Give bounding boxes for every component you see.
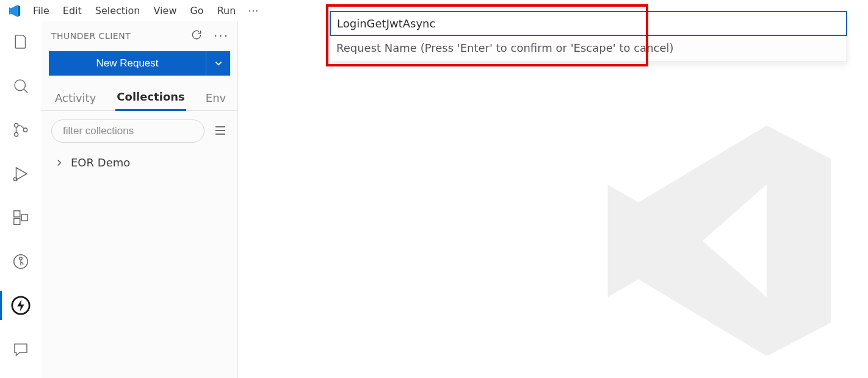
filter-collections-input[interactable] [51, 119, 204, 143]
activity-explorer[interactable] [8, 30, 34, 54]
activity-source-control[interactable] [8, 118, 34, 142]
chevron-right-icon [54, 157, 65, 168]
activity-run-debug[interactable] [8, 162, 34, 186]
request-name-input[interactable] [330, 12, 847, 35]
activity-comments[interactable] [8, 337, 34, 362]
menu-run[interactable]: Run [211, 2, 242, 19]
collection-item[interactable]: EOR Demo [45, 152, 234, 173]
menu-overflow-icon[interactable]: ··· [243, 2, 263, 20]
chevron-down-icon [213, 58, 224, 69]
sidebar-title: THUNDER CLIENT [51, 31, 131, 41]
sidebar: THUNDER CLIENT ··· New Request Activity … [42, 21, 238, 378]
new-request-button[interactable]: New Request [49, 51, 206, 76]
menu-selection[interactable]: Selection [89, 2, 146, 19]
vscode-watermark-icon [587, 113, 844, 369]
svg-point-2 [14, 132, 18, 136]
menu-view[interactable]: View [148, 2, 183, 19]
sidebar-header: THUNDER CLIENT ··· [42, 21, 237, 46]
reload-icon[interactable] [190, 29, 203, 43]
activity-thunder-client[interactable] [8, 293, 34, 318]
quick-input-panel: Request Name (Press 'Enter' to confirm o… [330, 11, 847, 62]
activity-extensions[interactable] [8, 205, 34, 230]
tab-env[interactable]: Env [204, 88, 227, 110]
quick-input-hint: Request Name (Press 'Enter' to confirm o… [330, 35, 847, 62]
vscode-logo-icon [4, 4, 26, 18]
collection-name: EOR Demo [71, 156, 130, 169]
collections-sort-icon[interactable] [213, 123, 228, 140]
thunder-tabs: Activity Collections Env [42, 82, 237, 111]
activity-bar [0, 21, 42, 378]
menu-file[interactable]: File [27, 2, 56, 19]
svg-point-9 [20, 257, 23, 260]
menu-edit[interactable]: Edit [57, 2, 88, 19]
tab-collections[interactable]: Collections [115, 87, 186, 111]
new-request-dropdown[interactable] [206, 51, 230, 76]
svg-rect-5 [14, 211, 20, 217]
activity-git-graph[interactable] [8, 249, 34, 274]
editor-area [238, 21, 868, 378]
collections-tree: EOR Demo [42, 146, 237, 179]
svg-point-1 [14, 123, 18, 127]
more-actions-icon[interactable]: ··· [214, 30, 229, 42]
menu-go[interactable]: Go [184, 2, 209, 19]
activity-search[interactable] [8, 74, 34, 98]
tab-activity[interactable]: Activity [54, 88, 97, 110]
svg-rect-7 [21, 215, 27, 221]
svg-point-3 [23, 128, 27, 132]
svg-rect-6 [14, 218, 20, 224]
svg-point-0 [15, 80, 26, 91]
